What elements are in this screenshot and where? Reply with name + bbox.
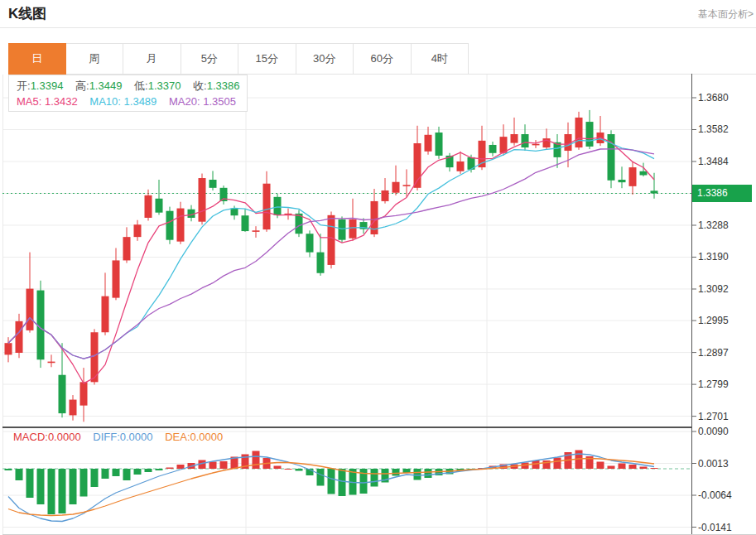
macd-legend: MACD:0.0000 DIFF:0.0000 DEA:0.0000: [13, 431, 232, 443]
dea-label: DEA:: [165, 431, 190, 443]
ma5-label: MA5:: [17, 95, 41, 108]
dea-value: 0.0000: [190, 431, 224, 443]
svg-text:-0.0141: -0.0141: [698, 522, 732, 533]
kline-widget: K线图 基本面分析> 日 周 月 5分 15分 30分 60分 4时 1.368…: [0, 0, 756, 535]
tab-week[interactable]: 周: [66, 43, 124, 75]
open-value: 1.3394: [31, 80, 64, 92]
low-label: 低:: [134, 80, 148, 92]
svg-text:0.0013: 0.0013: [698, 458, 729, 470]
tab-60min[interactable]: 60分: [354, 43, 412, 75]
macd-label: MACD:: [13, 431, 48, 443]
svg-text:1.3484: 1.3484: [698, 156, 729, 167]
svg-text:1.2701: 1.2701: [698, 411, 729, 422]
interval-tabs: 日 周 月 5分 15分 30分 60分 4时: [8, 43, 469, 75]
svg-text:1.2897: 1.2897: [698, 347, 729, 359]
ma-row: MA5: 1.3432 MA10: 1.3489 MA20: 1.3505: [17, 94, 247, 109]
high-value: 1.3449: [89, 80, 123, 92]
svg-text:1.3680: 1.3680: [698, 92, 729, 104]
diff-value: 0.0000: [120, 431, 153, 443]
ma5-value: 1.3432: [45, 95, 78, 108]
close-value: 1.3386: [207, 80, 240, 92]
svg-text:-0.0064: -0.0064: [698, 489, 732, 501]
svg-text:0.0090: 0.0090: [698, 426, 729, 437]
tab-day[interactable]: 日: [8, 43, 66, 75]
tab-4hour[interactable]: 4时: [412, 43, 469, 75]
diff-label: DIFF:: [93, 431, 120, 443]
svg-text:1.2995: 1.2995: [698, 315, 729, 326]
current-price-badge: 1.3386: [692, 185, 752, 202]
svg-text:1.3092: 1.3092: [698, 283, 729, 295]
tab-month[interactable]: 月: [123, 43, 181, 75]
ma20-value: 1.3505: [203, 95, 236, 108]
ma20-label: MA20:: [169, 95, 200, 108]
svg-text:1.2799: 1.2799: [698, 378, 729, 390]
ohlc-row: 开:1.3394 高:1.3449 低:1.3370 收:1.3386: [17, 78, 247, 94]
high-label: 高:: [75, 80, 89, 92]
tab-15min[interactable]: 15分: [238, 43, 296, 75]
macd-value: 0.0000: [48, 431, 81, 443]
tab-5min[interactable]: 5分: [181, 43, 239, 75]
tab-30min[interactable]: 30分: [296, 43, 354, 75]
ma10-label: MA10:: [89, 95, 121, 108]
low-value: 1.3370: [148, 80, 181, 92]
ma10-value: 1.3489: [124, 95, 157, 108]
close-label: 收:: [193, 80, 207, 92]
svg-text:1.3190: 1.3190: [698, 251, 729, 263]
ohlc-legend: 开:1.3394 高:1.3449 低:1.3370 收:1.3386 MA5:…: [8, 75, 248, 112]
svg-text:1.3582: 1.3582: [698, 123, 729, 135]
open-label: 开:: [17, 80, 31, 92]
svg-text:1.3288: 1.3288: [698, 219, 729, 231]
